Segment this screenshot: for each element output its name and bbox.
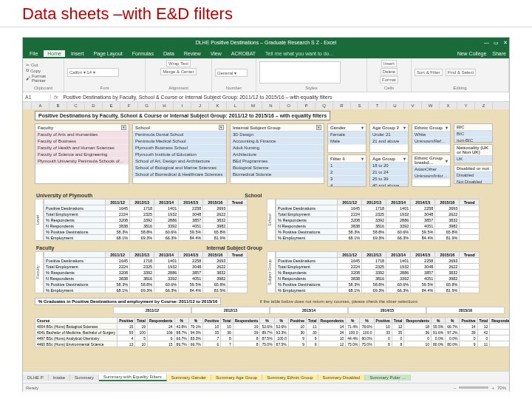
tab-summary-polar[interactable]: Summary Polar …: [365, 375, 411, 381]
slicer-item[interactable]: 25 to 39: [370, 176, 408, 183]
slicer-item[interactable]: AsianOther: [412, 166, 450, 173]
slicer-nat[interactable]: Nationality (UK or Non UK) UK non-UK: [454, 144, 493, 163]
slicer-item[interactable]: Plymouth Business School: [133, 145, 226, 151]
slicer-item[interactable]: 40 and above: [370, 183, 408, 187]
number-format[interactable]: General ▾: [215, 69, 248, 77]
tab-formulas[interactable]: Formulas: [129, 50, 157, 57]
slicer-item[interactable]: Under 21: [370, 132, 408, 138]
filter-icon[interactable]: ▾: [316, 125, 321, 130]
tab-home[interactable]: Home: [44, 50, 65, 57]
delete-cells-button[interactable]: Delete: [381, 68, 398, 75]
wrap-text-button[interactable]: Wrap Text: [166, 60, 191, 67]
tab-summary-gender[interactable]: Summary Gender: [167, 375, 211, 381]
slicer-item[interactable]: BEd Programmes: [231, 158, 324, 165]
tab-summary-eq[interactable]: Summary with Equality Filters: [99, 374, 167, 381]
slicer-isg[interactable]: Internal Subject Group▾ 3D DesignAccount…: [230, 123, 324, 184]
slicer-item[interactable]: School of Biomedical & Healthcare Scienc…: [133, 171, 226, 178]
slicer-item[interactable]: BIC: [454, 131, 492, 137]
slicer-item[interactable]: White: [412, 132, 450, 138]
slicer-item[interactable]: Biological Science: [231, 165, 324, 171]
name-box[interactable]: A1: [23, 95, 51, 100]
slicer-ethnic[interactable]: Ethnic Group▾ White Unknown/Refused: [412, 123, 451, 153]
filter-icon[interactable]: ▾: [121, 125, 126, 130]
slicer-item[interactable]: Adult Nursing: [231, 145, 324, 151]
slicer-item[interactable]: 21 to 24: [370, 169, 408, 176]
tab-summary[interactable]: Summary: [70, 375, 99, 381]
slicer-ethnic-detail[interactable]: Ethnic Group breakd…▾ AsianOther Unknown…: [412, 154, 451, 187]
slicer-age2[interactable]: Age Group 2▾ Under 21 21 and above: [369, 123, 409, 153]
format-cells-button[interactable]: Format: [380, 76, 398, 83]
slicer-item[interactable]: School of Biological and Marine Sciences: [133, 165, 226, 171]
slicer-item[interactable]: 1: [328, 163, 366, 169]
slicer-item[interactable]: Faculty of Health and Human Sciences: [35, 145, 129, 151]
slicer-faculty[interactable]: Faculty▾ Faculty of Arts and HumanitiesF…: [35, 123, 129, 184]
tab-summary-age[interactable]: Summary Age Group: [211, 375, 262, 381]
tab-data[interactable]: Data: [160, 50, 178, 57]
share-button[interactable]: Share: [492, 51, 506, 56]
slicer-item[interactable]: non-UK: [454, 163, 492, 163]
tab-dlhe[interactable]: DLHE P: [23, 375, 49, 381]
slicer-bic[interactable]: BIC BIC non-BIC: [454, 123, 493, 143]
slicer-gender[interactable]: Gender▾ Female Male: [327, 123, 366, 153]
filter-icon[interactable]: ▾: [219, 125, 224, 130]
slicer-item[interactable]: Faculty of Science and Engineering: [35, 151, 129, 158]
slicer-item[interactable]: non-BIC: [454, 137, 492, 143]
tab-review[interactable]: Review: [180, 50, 205, 57]
slicer-filter4[interactable]: Filter 4▾ 12345: [327, 154, 366, 187]
slicer-item[interactable]: Not Disabled: [454, 179, 492, 184]
insert-cells-button[interactable]: Insert: [381, 60, 397, 67]
slicer-item[interactable]: Disabled: [454, 172, 492, 179]
zoom-slider[interactable]: [459, 386, 488, 389]
slicer-item[interactable]: Faculty of Business: [35, 138, 129, 145]
slicer-item[interactable]: Plymouth Institute of Education: [133, 151, 226, 158]
tab-pagelayout[interactable]: Page Layout: [89, 50, 126, 57]
slicer-item[interactable]: 18 to 20: [370, 163, 408, 169]
filter-icon[interactable]: ▾: [361, 156, 364, 161]
filter-icon[interactable]: ▾: [403, 156, 406, 161]
slicer-item[interactable]: 3D Design: [231, 132, 324, 138]
maximize-icon[interactable]: ▭: [494, 38, 499, 48]
zoom-in-icon[interactable]: +: [491, 386, 494, 390]
slicer-item[interactable]: Unknown/Information Refused: [412, 173, 450, 180]
tab-acrobat[interactable]: ACROBAT: [228, 50, 259, 57]
slicer-item[interactable]: Biomedical Science: [231, 171, 324, 178]
slicer-school[interactable]: School▾ Peninsula Dental SchoolPeninsula…: [132, 123, 227, 184]
slicer-item[interactable]: Unknown/Refused: [412, 138, 450, 145]
slicer-item[interactable]: 4: [328, 183, 366, 187]
close-icon[interactable]: ✕: [503, 38, 508, 48]
format-painter-button[interactable]: 🖌 Format Painter: [26, 74, 61, 83]
slicer-item[interactable]: Accounting & Finance: [231, 138, 324, 145]
zoom-out-icon[interactable]: −: [454, 386, 457, 390]
slicer-age[interactable]: Age Group▾ 18 to 2021 to 2425 to 3940 an…: [369, 154, 409, 187]
slicer-item[interactable]: Male: [328, 138, 366, 145]
filter-icon[interactable]: ▾: [403, 125, 406, 130]
styles-gallery[interactable]: [259, 61, 341, 83]
copy-button[interactable]: ⧉ Copy: [26, 68, 61, 73]
slicer-item[interactable]: UK: [454, 156, 492, 163]
slicer-item[interactable]: 3: [328, 176, 366, 183]
slicer-item[interactable]: School of Art, Design and Architecture: [133, 158, 226, 165]
filter-icon[interactable]: ▾: [446, 125, 448, 130]
tab-intake[interactable]: Intake: [49, 375, 70, 381]
tab-insert[interactable]: Insert: [67, 50, 88, 57]
filter-icon[interactable]: ▾: [446, 158, 448, 163]
font-selector[interactable]: Calibri ▾ 14 ▾: [67, 68, 119, 77]
cut-button[interactable]: ✂ Cut: [26, 62, 61, 67]
fx-icon[interactable]: fx: [51, 95, 61, 100]
tab-file[interactable]: File: [26, 50, 41, 57]
slicer-item[interactable]: 21 and above: [370, 138, 408, 145]
merge-center-button[interactable]: Merge & Center: [160, 68, 196, 75]
slicer-item[interactable]: Architecture: [231, 151, 324, 158]
tab-summary-ethnic[interactable]: Summary Ethnic Group: [262, 375, 318, 381]
worksheet[interactable]: ABCDEFGHIJKLMNOPQRSTUVWXYZ Positive Dest…: [23, 102, 509, 371]
tab-view[interactable]: View: [207, 50, 225, 57]
slicer-item[interactable]: Female: [328, 132, 366, 138]
find-select-button[interactable]: Find & Select: [446, 69, 477, 76]
slicer-item[interactable]: Peninsula Dental School: [133, 132, 226, 138]
formula-text[interactable]: Positive Destinations by Faculty, School…: [61, 95, 509, 100]
tab-tellme[interactable]: Tell me what you want to do...: [262, 50, 337, 57]
sort-filter-button[interactable]: Sort & Filter: [415, 69, 443, 76]
slicer-item[interactable]: Peninsula Medical School: [133, 138, 226, 145]
filter-icon[interactable]: ▾: [361, 125, 364, 130]
slicer-item[interactable]: Plymouth University Peninsula Schools of…: [35, 158, 129, 165]
